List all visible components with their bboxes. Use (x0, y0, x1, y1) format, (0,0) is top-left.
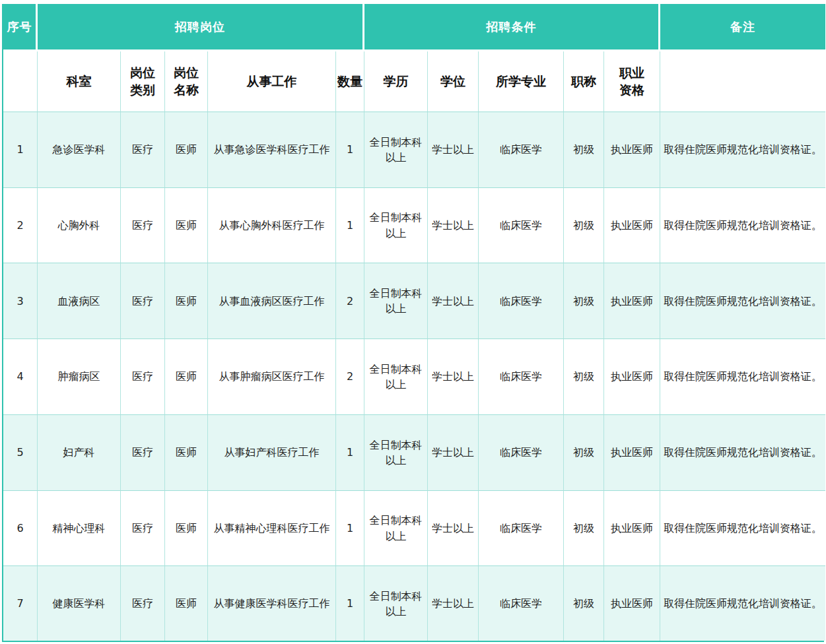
cell-qualification: 执业医师 (604, 491, 660, 567)
cell-dept: 急诊医学科 (38, 112, 121, 188)
cell-seq: 3 (3, 263, 38, 339)
cell-major: 临床医学 (479, 566, 564, 641)
cell-remark: 取得住院医师规范化培训资格证。 (660, 491, 825, 567)
cell-post-name: 医师 (165, 188, 208, 264)
cell-dept: 健康医学科 (38, 566, 121, 641)
cell-qualification: 执业医师 (604, 263, 660, 339)
header-recruit-position-group: 招聘岗位 (38, 4, 364, 51)
cell-rank: 初级 (564, 188, 604, 264)
cell-qualification: 执业医师 (604, 188, 660, 264)
cell-major: 临床医学 (479, 263, 564, 339)
subheader-dept: 科室 (38, 51, 121, 112)
cell-work: 从事血液病区医疗工作 (208, 263, 336, 339)
table-body: 1 急诊医学科 医疗 医师 从事急诊医学科医疗工作 1 全日制本科以上 学士以上… (3, 112, 825, 641)
cell-qualification: 执业医师 (604, 415, 660, 491)
cell-remark: 取得住院医师规范化培训资格证。 (660, 112, 825, 188)
cell-rank: 初级 (564, 491, 604, 567)
cell-education: 全日制本科以上 (364, 415, 428, 491)
subheader-category: 岗位 类别 (121, 51, 165, 112)
cell-category: 医疗 (121, 566, 165, 641)
cell-qualification: 执业医师 (604, 566, 660, 641)
cell-post-name: 医师 (165, 415, 208, 491)
cell-count: 1 (336, 566, 364, 641)
cell-education: 全日制本科以上 (364, 566, 428, 641)
cell-major: 临床医学 (479, 339, 564, 415)
subheader-major: 所学专业 (479, 51, 564, 112)
cell-seq: 7 (3, 566, 38, 641)
cell-work: 从事急诊医学科医疗工作 (208, 112, 336, 188)
cell-work: 从事心胸外科医疗工作 (208, 188, 336, 264)
cell-remark: 取得住院医师规范化培训资格证。 (660, 339, 825, 415)
subheader-remark-empty (660, 51, 825, 112)
header-remark: 备注 (660, 4, 825, 51)
cell-degree: 学士以上 (428, 339, 479, 415)
cell-count: 1 (336, 491, 364, 567)
cell-rank: 初级 (564, 339, 604, 415)
cell-degree: 学士以上 (428, 491, 479, 567)
cell-post-name: 医师 (165, 263, 208, 339)
cell-dept: 肿瘤病区 (38, 339, 121, 415)
subheader-rank: 职称 (564, 51, 604, 112)
cell-post-name: 医师 (165, 566, 208, 641)
cell-rank: 初级 (564, 112, 604, 188)
cell-work: 从事健康医学科医疗工作 (208, 566, 336, 641)
cell-count: 1 (336, 415, 364, 491)
header-sub-row: 科室 岗位 类别 岗位 名称 从事工作 数量 学历 学位 所学专业 职称 职业 … (3, 51, 825, 112)
cell-rank: 初级 (564, 415, 604, 491)
table-header: 序号 招聘岗位 招聘条件 备注 科室 岗位 类别 岗位 名称 从事工作 数量 学… (3, 4, 825, 112)
cell-seq: 5 (3, 415, 38, 491)
subheader-post-name: 岗位 名称 (165, 51, 208, 112)
cell-post-name: 医师 (165, 112, 208, 188)
cell-count: 1 (336, 188, 364, 264)
header-group-row: 序号 招聘岗位 招聘条件 备注 (3, 4, 825, 51)
cell-degree: 学士以上 (428, 188, 479, 264)
cell-work: 从事精神心理科医疗工作 (208, 491, 336, 567)
cell-count: 2 (336, 263, 364, 339)
cell-degree: 学士以上 (428, 112, 479, 188)
cell-seq: 1 (3, 112, 38, 188)
cell-major: 临床医学 (479, 415, 564, 491)
cell-education: 全日制本科以上 (364, 263, 428, 339)
cell-remark: 取得住院医师规范化培训资格证。 (660, 263, 825, 339)
table-row: 1 急诊医学科 医疗 医师 从事急诊医学科医疗工作 1 全日制本科以上 学士以上… (3, 112, 825, 188)
cell-work: 从事肿瘤病区医疗工作 (208, 339, 336, 415)
cell-category: 医疗 (121, 491, 165, 567)
table-row: 4 肿瘤病区 医疗 医师 从事肿瘤病区医疗工作 2 全日制本科以上 学士以上 临… (3, 339, 825, 415)
cell-seq: 6 (3, 491, 38, 567)
cell-major: 临床医学 (479, 188, 564, 264)
subheader-count: 数量 (336, 51, 364, 112)
cell-category: 医疗 (121, 263, 165, 339)
subheader-work: 从事工作 (208, 51, 336, 112)
cell-category: 医疗 (121, 415, 165, 491)
subheader-seq-empty (3, 51, 38, 112)
subheader-degree: 学位 (428, 51, 479, 112)
cell-post-name: 医师 (165, 491, 208, 567)
cell-education: 全日制本科以上 (364, 112, 428, 188)
cell-count: 1 (336, 112, 364, 188)
recruitment-table-frame: 序号 招聘岗位 招聘条件 备注 科室 岗位 类别 岗位 名称 从事工作 数量 学… (2, 4, 824, 642)
cell-education: 全日制本科以上 (364, 491, 428, 567)
header-recruit-condition-group: 招聘条件 (364, 4, 660, 51)
cell-dept: 精神心理科 (38, 491, 121, 567)
cell-degree: 学士以上 (428, 263, 479, 339)
cell-seq: 4 (3, 339, 38, 415)
cell-category: 医疗 (121, 188, 165, 264)
cell-degree: 学士以上 (428, 415, 479, 491)
cell-qualification: 执业医师 (604, 112, 660, 188)
cell-remark: 取得住院医师规范化培训资格证。 (660, 415, 825, 491)
cell-count: 2 (336, 339, 364, 415)
table-row: 7 健康医学科 医疗 医师 从事健康医学科医疗工作 1 全日制本科以上 学士以上… (3, 566, 825, 641)
cell-education: 全日制本科以上 (364, 339, 428, 415)
cell-dept: 心胸外科 (38, 188, 121, 264)
cell-major: 临床医学 (479, 491, 564, 567)
cell-education: 全日制本科以上 (364, 188, 428, 264)
table-row: 6 精神心理科 医疗 医师 从事精神心理科医疗工作 1 全日制本科以上 学士以上… (3, 491, 825, 567)
cell-rank: 初级 (564, 566, 604, 641)
subheader-education: 学历 (364, 51, 428, 112)
cell-major: 临床医学 (479, 112, 564, 188)
cell-degree: 学士以上 (428, 566, 479, 641)
cell-post-name: 医师 (165, 339, 208, 415)
cell-remark: 取得住院医师规范化培训资格证。 (660, 188, 825, 264)
table-row: 3 血液病区 医疗 医师 从事血液病区医疗工作 2 全日制本科以上 学士以上 临… (3, 263, 825, 339)
cell-category: 医疗 (121, 339, 165, 415)
